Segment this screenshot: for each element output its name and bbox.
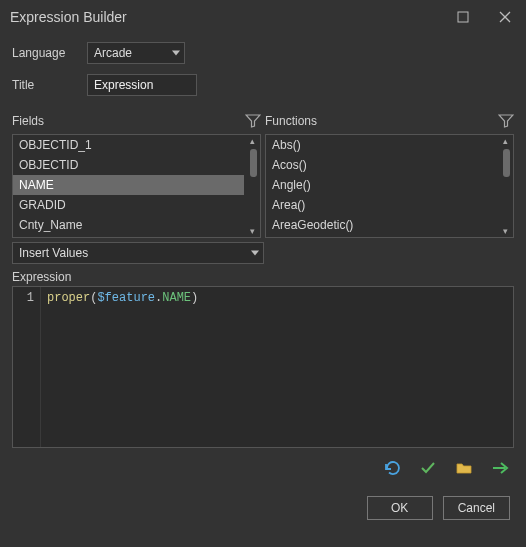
expression-label: Expression	[12, 270, 514, 284]
run-button[interactable]	[490, 458, 510, 478]
maximize-icon	[457, 11, 469, 23]
filter-icon[interactable]	[498, 113, 514, 129]
window-title: Expression Builder	[10, 9, 127, 25]
scrollbar-thumb[interactable]	[250, 149, 257, 177]
cancel-button[interactable]: Cancel	[443, 496, 510, 520]
token-punct: )	[191, 291, 198, 305]
list-item[interactable]: Acos()	[266, 155, 497, 175]
chevron-down-icon	[251, 251, 259, 256]
expression-builder-window: Expression Builder Language Arcade Title…	[0, 0, 526, 547]
open-folder-button[interactable]	[454, 458, 474, 478]
language-value: Arcade	[94, 46, 132, 60]
language-select[interactable]: Arcade	[87, 42, 185, 64]
list-item[interactable]: OBJECTID	[13, 155, 244, 175]
line-gutter: 1	[13, 287, 41, 447]
list-item[interactable]: Angle()	[266, 175, 497, 195]
filter-icon[interactable]	[245, 113, 261, 129]
folder-icon	[455, 459, 473, 477]
language-label: Language	[12, 46, 87, 60]
chevron-down-icon	[172, 51, 180, 56]
ok-button[interactable]: OK	[367, 496, 433, 520]
scroll-up-icon[interactable]: ▴	[246, 135, 258, 147]
line-number: 1	[13, 291, 34, 305]
scroll-down-icon[interactable]: ▾	[499, 225, 511, 237]
token-variable: $feature	[97, 291, 155, 305]
scroll-down-icon[interactable]: ▾	[246, 225, 258, 237]
list-item[interactable]: Cnty_Name	[13, 215, 244, 235]
list-item[interactable]: AreaGeodetic()	[266, 215, 497, 235]
close-button[interactable]	[484, 0, 526, 34]
maximize-button[interactable]	[442, 0, 484, 34]
token-function: proper	[47, 291, 90, 305]
scroll-up-icon[interactable]: ▴	[499, 135, 511, 147]
check-icon	[419, 459, 437, 477]
scrollbar-thumb[interactable]	[503, 149, 510, 177]
titlebar: Expression Builder	[0, 0, 526, 34]
list-item[interactable]: NAME	[13, 175, 244, 195]
list-item[interactable]: OBJECTID_1	[13, 135, 244, 155]
insert-values-label: Insert Values	[19, 246, 88, 260]
functions-listbox[interactable]: Abs()Acos()Angle()Area()AreaGeodetic() ▴…	[265, 134, 514, 238]
list-item[interactable]: GRADID	[13, 195, 244, 215]
close-icon	[499, 11, 511, 23]
arrow-right-icon	[491, 459, 509, 477]
code-line[interactable]: proper($feature.NAME)	[41, 287, 204, 447]
validate-button[interactable]	[418, 458, 438, 478]
list-item[interactable]: Area()	[266, 195, 497, 215]
expression-editor[interactable]: 1 proper($feature.NAME)	[12, 286, 514, 448]
title-input[interactable]	[87, 74, 197, 96]
token-property: NAME	[162, 291, 191, 305]
insert-values-select[interactable]: Insert Values	[12, 242, 264, 264]
undo-button[interactable]	[382, 458, 402, 478]
undo-icon	[383, 459, 401, 477]
fields-listbox[interactable]: OBJECTID_1OBJECTIDNAMEGRADIDCnty_Name ▴ …	[12, 134, 261, 238]
functions-header: Functions	[265, 114, 317, 128]
list-item[interactable]: Abs()	[266, 135, 497, 155]
title-label: Title	[12, 78, 87, 92]
fields-header: Fields	[12, 114, 44, 128]
svg-rect-0	[458, 12, 468, 22]
